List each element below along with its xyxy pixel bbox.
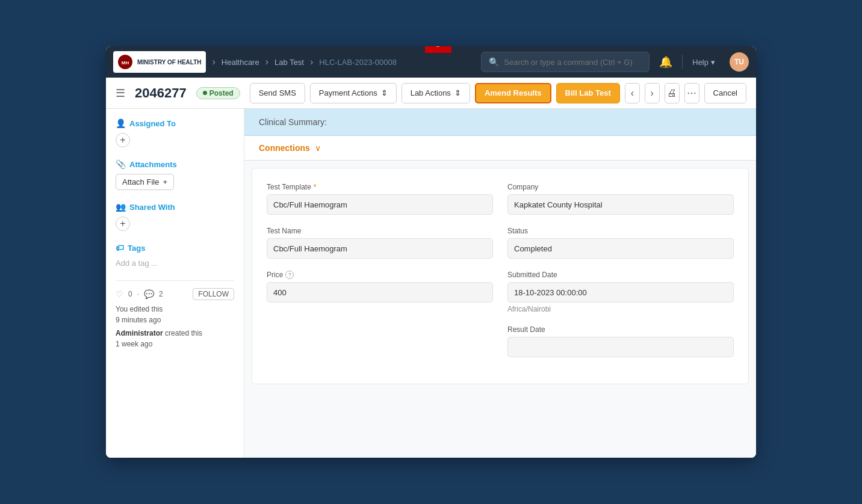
comments-count: 2 [159, 290, 163, 298]
breadcrumb-healthcare[interactable]: Healthcare [222, 58, 259, 67]
activity-log-2: Administrator created this 1 week ago [116, 328, 234, 349]
submitted-date-input[interactable] [507, 282, 734, 303]
empty-group [267, 325, 493, 357]
status-dot [203, 91, 207, 95]
toolbar: ☰ 2046277 Posted Send SMS Payment Action… [106, 78, 756, 109]
assigned-to-title: 👤 Assigned To [116, 118, 234, 128]
test-name-label: Test Name [267, 227, 493, 235]
attachments-title: 📎 Attachments [116, 159, 234, 169]
required-indicator: * [314, 183, 317, 191]
search-icon: 🔍 [489, 57, 499, 67]
breadcrumb-sep-3: › [310, 57, 313, 67]
assigned-to-section: 👤 Assigned To + [116, 118, 234, 147]
form-row-3: Price ? Submitted Date Africa/Nairobi [267, 271, 734, 313]
activity-log-1-time: 9 minutes ago [116, 316, 161, 324]
logo-emblem: MH [118, 55, 132, 69]
tags-icon: 🏷 [116, 243, 124, 253]
add-tag-link[interactable]: Add a tag ... [116, 259, 158, 268]
print-button[interactable]: 🖨 [665, 83, 680, 103]
cancel-button[interactable]: Cancel [704, 83, 746, 103]
test-name-input[interactable] [267, 238, 493, 259]
help-menu[interactable]: Help ▾ [687, 58, 720, 67]
connections-title: Connections [259, 143, 310, 153]
amend-results-button[interactable]: Amend Results [475, 83, 551, 103]
hamburger-icon[interactable]: ☰ [116, 87, 125, 100]
activity-section: ♡ 0 · 💬 2 FOLLOW You edited this 9 minut… [116, 280, 234, 349]
form-row-1: Test Template * Company [267, 183, 734, 215]
search-bar[interactable]: 🔍 [481, 52, 650, 72]
tags-section: 🏷 Tags Add a tag ... [116, 243, 234, 268]
result-date-input[interactable] [507, 337, 734, 357]
notification-bell-icon[interactable]: 🔔 [654, 55, 677, 69]
lab-actions-chevron-icon: ⇕ [454, 88, 461, 97]
breadcrumb-labtest[interactable]: Lab Test [274, 58, 304, 67]
amend-button-container: Amend Results Click here [475, 83, 551, 103]
connections-bar: Connections ∨ [244, 136, 756, 161]
nav-divider [682, 55, 683, 69]
main-content: 👤 Assigned To + 📎 Attachments Attach Fil… [106, 109, 756, 458]
price-input[interactable] [267, 282, 493, 303]
prev-button[interactable]: ‹ [625, 83, 640, 103]
price-group: Price ? [267, 271, 493, 313]
company-input[interactable] [507, 194, 734, 215]
likes-count: 0 [128, 290, 132, 298]
next-button[interactable]: › [645, 83, 660, 103]
shared-with-section: 👥 Shared With + [116, 202, 234, 231]
form-area: Clinical Summary: Connections ∨ Test Tem… [244, 109, 756, 458]
help-label: Help [692, 58, 709, 67]
status-label: Posted [209, 89, 234, 97]
attachments-label: Attachments [129, 160, 177, 169]
breadcrumb-sep-1: › [212, 57, 215, 67]
user-avatar[interactable]: TU [730, 52, 749, 72]
attach-file-label: Attach File [122, 177, 159, 186]
status-group: Status [507, 227, 734, 259]
breadcrumb-sep-2: › [265, 57, 268, 67]
activity-log-2-author: Administrator [116, 329, 163, 337]
payment-actions-button[interactable]: Payment Actions ⇕ [310, 83, 397, 103]
assigned-to-add-button[interactable]: + [116, 133, 130, 147]
timezone-label: Africa/Nairobi [507, 305, 734, 313]
connections-chevron-icon[interactable]: ∨ [315, 143, 321, 153]
logo: MH MINISTRY OF HEALTH [113, 51, 206, 73]
assigned-to-icon: 👤 [116, 118, 126, 128]
clinical-summary-label: Clinical Summary: [259, 117, 327, 127]
comment-icon[interactable]: 💬 [144, 289, 154, 299]
attachments-section: 📎 Attachments Attach File + [116, 159, 234, 190]
activity-log-2-time: 1 week ago [116, 340, 152, 348]
company-group: Company [507, 183, 734, 215]
attach-file-button[interactable]: Attach File + [116, 174, 174, 190]
status-input[interactable] [507, 238, 734, 259]
test-template-label: Test Template * [267, 183, 493, 191]
logo-text: MINISTRY OF HEALTH [137, 59, 201, 66]
like-icon[interactable]: ♡ [116, 289, 123, 299]
shared-with-icon: 👥 [116, 202, 126, 212]
activity-log-1: You edited this 9 minutes ago [116, 304, 234, 325]
activity-separator: · [137, 290, 139, 298]
shared-with-add-button[interactable]: + [116, 217, 130, 231]
sidebar: 👤 Assigned To + 📎 Attachments Attach Fil… [106, 109, 244, 458]
svg-text:MH: MH [122, 60, 129, 66]
attachments-icon: 📎 [116, 159, 126, 169]
bill-lab-test-button[interactable]: Bill Lab Test [556, 83, 620, 103]
breadcrumb-record-id: HLC-LAB-2023-00008 [319, 58, 397, 67]
more-options-button[interactable]: ⋯ [684, 83, 699, 103]
form-row-4: Result Date [267, 325, 734, 357]
submitted-date-label: Submitted Date [507, 271, 734, 279]
follow-button[interactable]: FOLLOW [193, 288, 234, 300]
shared-with-title: 👥 Shared With [116, 202, 234, 212]
payment-actions-label: Payment Actions [319, 88, 377, 97]
lab-actions-button[interactable]: Lab Actions ⇕ [402, 83, 470, 103]
status-badge: Posted [196, 87, 240, 99]
result-date-label: Result Date [507, 325, 734, 334]
help-chevron-icon: ▾ [711, 58, 715, 67]
send-sms-button[interactable]: Send SMS [250, 83, 305, 103]
test-template-input[interactable] [267, 194, 493, 215]
submitted-date-group: Submitted Date Africa/Nairobi [507, 271, 734, 313]
price-info-icon[interactable]: ? [285, 271, 294, 279]
search-input[interactable] [504, 58, 642, 67]
form-row-2: Test Name Status [267, 227, 734, 259]
tags-title: 🏷 Tags [116, 243, 234, 253]
activity-row: ♡ 0 · 💬 2 FOLLOW [116, 288, 234, 300]
form-body: Test Template * Company [252, 168, 749, 384]
tags-label: Tags [128, 244, 145, 253]
